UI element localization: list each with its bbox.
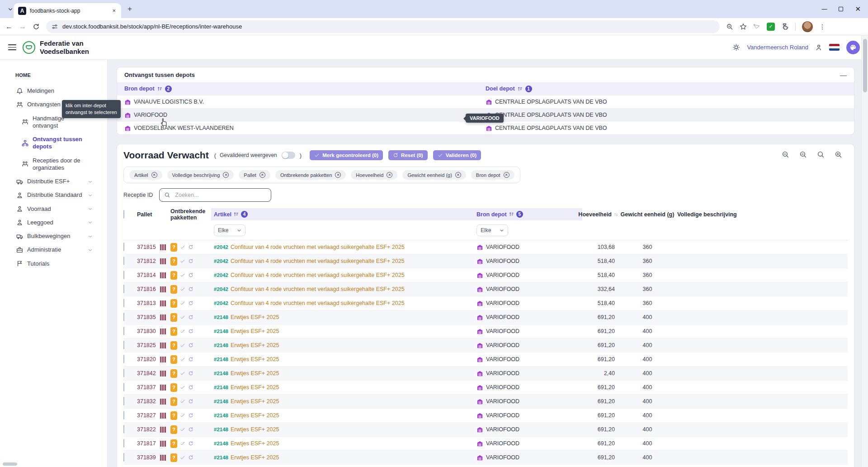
row-checkbox[interactable] xyxy=(123,341,124,349)
missing-question-badge[interactable]: ? xyxy=(170,453,177,462)
sidebar-item-administratie[interactable]: Administratie xyxy=(0,243,107,257)
row-checkbox[interactable] xyxy=(123,299,124,307)
barcode-icon[interactable] xyxy=(160,258,166,265)
barcode-icon[interactable] xyxy=(160,300,166,307)
theme-sun-icon[interactable] xyxy=(732,43,740,51)
remove-filter-icon[interactable]: ✕ xyxy=(335,172,341,178)
article-code[interactable]: #2148 xyxy=(214,385,228,390)
remove-filter-icon[interactable]: ✕ xyxy=(455,172,461,178)
table-row[interactable]: 371834?#2148Erwtjes ESF+ 2025VARIOFOOD69… xyxy=(123,465,848,467)
reset-row-icon[interactable] xyxy=(188,371,193,376)
barcode-icon[interactable] xyxy=(160,398,166,405)
pallet-number[interactable]: 371830 xyxy=(137,328,156,334)
row-checkbox[interactable] xyxy=(123,453,124,462)
language-flag-nl[interactable] xyxy=(829,44,840,51)
article-name[interactable]: Erwtjes ESF+ 2025 xyxy=(231,384,279,391)
reset-row-icon[interactable] xyxy=(188,300,193,306)
menu-hamburger-icon[interactable] xyxy=(8,44,16,50)
article-name[interactable]: Erwtjes ESF+ 2025 xyxy=(231,454,279,461)
reset-row-icon[interactable] xyxy=(188,357,193,362)
missing-question-badge[interactable]: ? xyxy=(170,355,177,364)
table-row[interactable]: 371832?#2148Erwtjes ESF+ 2025VARIOFOOD69… xyxy=(123,395,848,409)
article-code[interactable]: #2148 xyxy=(214,371,228,376)
missing-question-badge[interactable]: ? xyxy=(170,397,177,406)
filter-chip-artikel[interactable]: Artikel✕ xyxy=(129,170,162,180)
mark-checked-icon[interactable] xyxy=(180,343,185,348)
filter-chip-gewicht-eenheid-g[interactable]: Gewicht eenheid (g)✕ xyxy=(402,170,466,180)
sidebar-item-voorraad[interactable]: Voorraad xyxy=(0,202,107,216)
article-name[interactable]: Erwtjes ESF+ 2025 xyxy=(231,328,279,334)
column-artikel[interactable]: Artikel 4 xyxy=(211,208,476,220)
barcode-icon[interactable] xyxy=(160,342,166,349)
mark-checked-icon[interactable] xyxy=(180,258,185,264)
missing-question-badge[interactable]: ? xyxy=(170,383,177,392)
filter-chip-hoeveelheid[interactable]: Hoeveelheid✕ xyxy=(351,170,397,180)
receptie-search-input[interactable] xyxy=(174,191,266,199)
barcode-icon[interactable] xyxy=(160,412,166,419)
search-magnifier-icon[interactable] xyxy=(817,151,825,160)
article-code[interactable]: #2042 xyxy=(214,272,228,278)
mark-checked-icon[interactable] xyxy=(180,385,185,390)
missing-question-badge[interactable]: ? xyxy=(170,243,177,252)
remove-filter-icon[interactable]: ✕ xyxy=(151,172,157,178)
row-checkbox[interactable] xyxy=(123,257,124,265)
missing-question-badge[interactable]: ? xyxy=(170,257,177,266)
pallet-number[interactable]: 371815 xyxy=(137,244,156,250)
reset-row-icon[interactable] xyxy=(188,427,193,432)
browser-tab[interactable]: A foodbanks-stock-app × xyxy=(14,3,121,18)
table-row[interactable]: 371827?#2148Erwtjes ESF+ 2025VARIOFOOD69… xyxy=(123,409,848,423)
url-bar[interactable]: dev.stock.foodbanksit.be/stock/app/nl-BE… xyxy=(46,20,720,33)
row-checkbox[interactable] xyxy=(123,285,124,293)
row-checkbox[interactable] xyxy=(123,313,124,321)
article-name[interactable]: Confituur van 4 rode vruchten met verlaa… xyxy=(231,300,405,306)
barcode-icon[interactable] xyxy=(160,314,166,321)
bron-depot-filter-select[interactable]: Elke xyxy=(476,224,508,236)
article-code[interactable]: #2148 xyxy=(214,343,228,348)
mark-checked-icon[interactable] xyxy=(180,286,185,292)
row-checkbox[interactable] xyxy=(123,271,124,279)
merk-gecontroleerd-0-button[interactable]: Merk gecontroleerd (0) xyxy=(310,150,383,160)
article-name[interactable]: Erwtjes ESF+ 2025 xyxy=(231,342,279,348)
article-code[interactable]: #2148 xyxy=(214,399,228,404)
sidebar-item-bulkbewegingen[interactable]: Bulkbewegingen xyxy=(0,229,107,243)
checker-extension-icon[interactable]: ✓ xyxy=(767,23,775,31)
mark-checked-icon[interactable] xyxy=(180,329,185,334)
pallet-number[interactable]: 371812 xyxy=(137,258,156,264)
sidebar-horizontal-scrollbar[interactable] xyxy=(3,462,17,466)
barcode-icon[interactable] xyxy=(160,370,166,377)
row-checkbox[interactable] xyxy=(123,397,124,405)
pallet-number[interactable]: 371842 xyxy=(137,370,156,376)
barcode-icon[interactable] xyxy=(160,440,166,447)
pallet-number[interactable]: 371825 xyxy=(137,342,156,348)
barcode-icon[interactable] xyxy=(160,272,166,279)
article-code[interactable]: #2148 xyxy=(214,455,228,460)
table-row[interactable]: 371814?#2042Confituur van 4 rode vruchte… xyxy=(123,268,848,282)
article-name[interactable]: Confituur van 4 rode vruchten met verlaa… xyxy=(231,286,405,292)
mark-checked-icon[interactable] xyxy=(180,399,185,404)
pallet-number[interactable]: 371827 xyxy=(137,412,156,419)
article-code[interactable]: #2042 xyxy=(214,244,228,250)
page-scrollbar[interactable] xyxy=(861,35,868,467)
missing-question-badge[interactable]: ? xyxy=(170,341,177,350)
column-gewicht[interactable]: Gewicht eenheid (g) xyxy=(618,208,677,220)
artikel-filter-select[interactable]: Elke xyxy=(214,224,245,236)
article-name[interactable]: Confituur van 4 rode vruchten met verlaa… xyxy=(231,258,405,264)
mark-checked-icon[interactable] xyxy=(180,427,185,432)
sidebar-item-distributie-esf[interactable]: Distributie ESF+ xyxy=(0,175,107,188)
mark-checked-icon[interactable] xyxy=(180,272,185,278)
reload-button[interactable] xyxy=(33,23,40,30)
table-row[interactable]: 371817?#2148Erwtjes ESF+ 2025VARIOFOOD69… xyxy=(123,437,848,451)
barcode-icon[interactable] xyxy=(160,286,166,293)
reset-row-icon[interactable] xyxy=(188,244,193,250)
mark-checked-icon[interactable] xyxy=(180,357,185,362)
reset-row-icon[interactable] xyxy=(188,385,193,390)
missing-question-badge[interactable]: ? xyxy=(170,439,177,448)
missing-question-badge[interactable]: ? xyxy=(170,313,177,322)
article-name[interactable]: Erwtjes ESF+ 2025 xyxy=(231,426,279,433)
reset-row-icon[interactable] xyxy=(188,258,193,264)
table-row[interactable]: 371825?#2148Erwtjes ESF+ 2025VARIOFOOD69… xyxy=(123,338,848,353)
sidebar-item-leeggoed[interactable]: Leeggoed xyxy=(0,216,107,229)
remove-filter-icon[interactable]: ✕ xyxy=(387,172,392,178)
zoom-out-icon[interactable] xyxy=(782,151,789,160)
column-missing-packages[interactable]: Ontbrekende pakketten xyxy=(170,208,214,220)
